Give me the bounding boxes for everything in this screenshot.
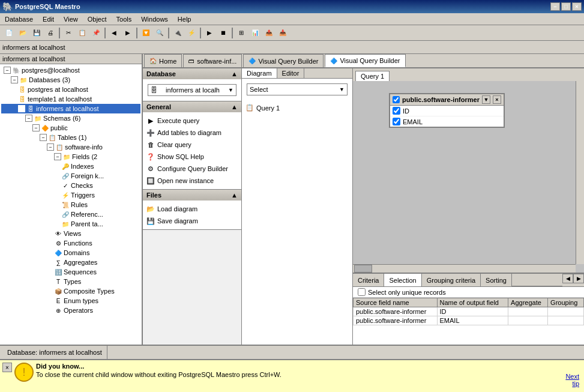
general-collapse-icon[interactable]: ▲ <box>231 103 238 110</box>
tree-expand-fields[interactable]: − <box>54 153 61 160</box>
toolbar-save[interactable]: 💾 <box>30 27 43 39</box>
toolbar-filter[interactable]: 🔽 <box>139 27 152 39</box>
general-section-header[interactable]: General ▲ <box>143 101 241 112</box>
menu-database[interactable]: Database <box>0 14 38 24</box>
toolbar-back[interactable]: ◀ <box>107 27 121 39</box>
tree-item-operators[interactable]: ⊕ Operators <box>1 306 140 315</box>
database-collapse-icon[interactable]: ▲ <box>231 70 238 77</box>
tab-home[interactable]: 🏠 Home <box>144 54 182 67</box>
info-close-btn[interactable]: × <box>2 363 12 372</box>
menu-windows[interactable]: Windows <box>136 14 173 24</box>
tree-item-references[interactable]: 🔗 Referenc... <box>1 210 140 219</box>
tree-item-server[interactable]: − 🐘 postgres@localhost <box>1 65 140 75</box>
sorting-tab[interactable]: Sorting <box>481 274 512 286</box>
toolbar-copy[interactable]: 📋 <box>76 27 89 39</box>
table-box-dropdown-arrow[interactable]: ▼ <box>482 95 490 104</box>
toolbar-chart[interactable]: 📊 <box>248 27 262 39</box>
menu-tools[interactable]: Tools <box>112 14 137 24</box>
toolbar-print[interactable]: 🖨 <box>44 27 57 39</box>
action-configure-qb[interactable]: ⚙ Configure Query Builder <box>145 163 239 175</box>
tree-item-triggers[interactable]: ⚡ Triggers <box>1 190 140 200</box>
tab-vqb2[interactable]: 🔷 Visual Query Builder <box>325 54 405 67</box>
editor-tab[interactable]: Editor <box>277 68 305 78</box>
tree-expand-informers[interactable]: − <box>18 105 25 112</box>
table-row[interactable]: public.software-informer ID <box>354 307 584 316</box>
results-btn-2[interactable]: ▶ <box>573 274 584 283</box>
selection-tab[interactable]: Selection <box>384 274 421 286</box>
diagram-tab[interactable]: Diagram <box>242 68 277 78</box>
toolbar-open[interactable]: 📂 <box>16 27 29 39</box>
canvas-vscrollbar[interactable] <box>576 81 584 264</box>
tree-item-public[interactable]: − 🔶 public <box>1 123 140 133</box>
tree-item-rules[interactable]: 📜 Rules <box>1 200 140 210</box>
field-email-checkbox[interactable] <box>393 118 400 125</box>
tree-item-parent[interactable]: 📁 Parent ta... <box>1 219 140 229</box>
toolbar-paste[interactable]: 📌 <box>89 27 103 39</box>
toolbar-new[interactable]: 📄 <box>2 27 16 39</box>
tree-container[interactable]: − 🐘 postgres@localhost − 📁 Databases (3)… <box>0 64 142 345</box>
tree-item-software-info[interactable]: − 📋 software-info <box>1 142 140 152</box>
database-dropdown[interactable]: 🗄 informers at localh ▼ <box>148 84 236 96</box>
tree-item-informers[interactable]: − 🗄 informers at localhost <box>1 104 140 113</box>
action-open-new-instance[interactable]: 🔲 Open new instance <box>145 175 239 187</box>
menu-edit[interactable]: Edit <box>38 14 59 24</box>
tree-item-databases[interactable]: − 📁 Databases (3) <box>1 75 140 85</box>
action-load-diagram[interactable]: 📂 Load diagram <box>145 203 239 215</box>
tree-item-foreignkeys[interactable]: 🔗 Foreign k... <box>1 171 140 181</box>
tree-item-views[interactable]: 👁 Views <box>1 229 140 238</box>
info-next[interactable]: Nexttip <box>565 373 579 387</box>
tree-item-aggregates[interactable]: ∑ Aggregates <box>1 258 140 267</box>
table-field-id[interactable]: ID <box>390 106 504 116</box>
query-tab-active[interactable]: Query 1 <box>355 71 390 81</box>
tab-software[interactable]: 🗃 software-inf... <box>183 54 242 67</box>
tree-expand-databases[interactable]: − <box>11 76 18 83</box>
tree-expand-public[interactable]: − <box>32 124 40 131</box>
diagram-query-item[interactable]: 📋 Query 1 <box>244 103 350 113</box>
tree-expand-server[interactable]: − <box>4 67 11 74</box>
files-collapse-icon[interactable]: ▲ <box>231 191 238 199</box>
tree-item-schemas[interactable]: − 📁 Schemas (6) <box>1 113 140 123</box>
diagram-tree[interactable]: 📋 Query 1 <box>242 100 352 345</box>
tree-item-types[interactable]: T Types <box>1 277 140 286</box>
tree-item-enumtypes[interactable]: E Enum types <box>1 296 140 306</box>
table-select-checkbox[interactable] <box>393 96 400 103</box>
next-tip-link[interactable]: Nexttip <box>565 373 579 387</box>
window-controls[interactable]: − □ × <box>550 2 582 11</box>
tree-item-tables[interactable]: − 📋 Tables (1) <box>1 133 140 142</box>
toolbar-execute[interactable]: ▶ <box>203 27 216 39</box>
tree-item-fields[interactable]: − 📁 Fields (2 <box>1 152 140 161</box>
files-section-header[interactable]: Files ▲ <box>143 190 241 201</box>
tree-expand-schemas[interactable]: − <box>25 115 32 122</box>
field-id-checkbox[interactable] <box>393 107 400 115</box>
results-btn-1[interactable]: ◀ <box>562 274 573 283</box>
toolbar-disconnect[interactable]: ⚡ <box>185 27 198 39</box>
canvas-hscrollbar[interactable] <box>353 264 576 273</box>
action-save-diagram[interactable]: 💾 Save diagram <box>145 215 239 227</box>
toolbar-search[interactable]: 🔍 <box>153 27 166 39</box>
canvas-hscroll-thumb[interactable] <box>354 265 372 273</box>
menu-view[interactable]: View <box>59 14 83 24</box>
minimize-btn[interactable]: − <box>550 2 560 11</box>
tree-expand-software[interactable]: − <box>47 143 54 151</box>
tree-item-domains[interactable]: 🔷 Domains <box>1 248 140 258</box>
table-row[interactable]: public.software-informer EMAIL <box>354 316 584 325</box>
tree-item-checks[interactable]: ✓ Checks <box>1 181 140 190</box>
maximize-btn[interactable]: □ <box>561 2 571 11</box>
menu-help[interactable]: Help <box>173 14 196 24</box>
toolbar-cut[interactable]: ✂ <box>62 27 75 39</box>
tree-item-composite[interactable]: 📦 Composite Types <box>1 286 140 296</box>
grouping-tab[interactable]: Grouping criteria <box>422 274 481 286</box>
menu-object[interactable]: Object <box>83 14 112 24</box>
close-btn[interactable]: × <box>572 2 582 11</box>
tree-item-template1[interactable]: 🗄 template1 at localhost <box>1 94 140 104</box>
table-box-close-btn[interactable]: × <box>493 95 501 104</box>
toolbar-grid[interactable]: ⊞ <box>235 27 248 39</box>
unique-records-row[interactable]: Select only unique records <box>353 287 584 298</box>
tree-item-functions[interactable]: ⚙ Functions <box>1 238 140 248</box>
criteria-tab[interactable]: Criteria <box>353 274 384 286</box>
query-canvas[interactable]: public.software-informer ▼ × ID EMAIL <box>353 81 584 273</box>
action-add-tables[interactable]: ➕ Add tables to diagram <box>145 127 239 139</box>
unique-records-checkbox[interactable] <box>358 288 366 296</box>
toolbar-export[interactable]: 📤 <box>262 27 275 39</box>
tree-item-sequences[interactable]: 🔢 Sequences <box>1 267 140 277</box>
